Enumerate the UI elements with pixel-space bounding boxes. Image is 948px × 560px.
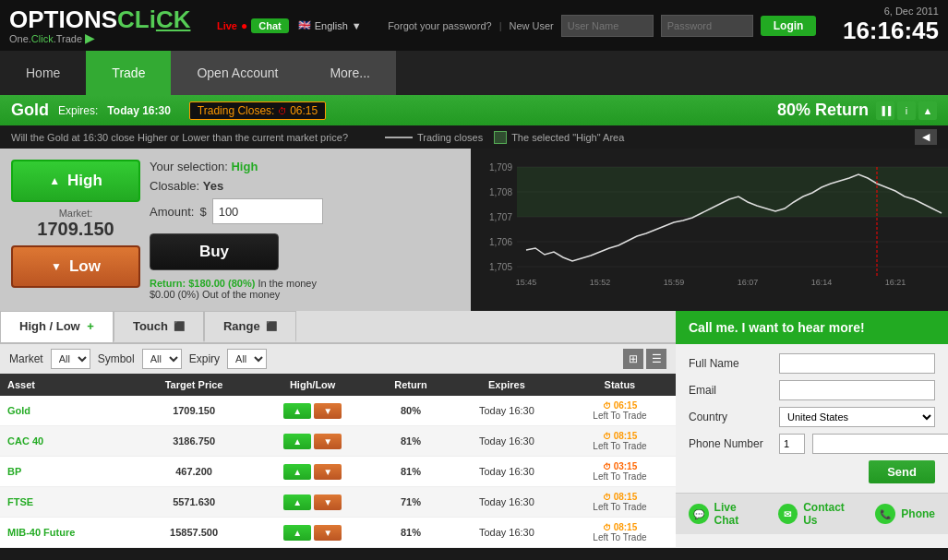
legend: Trading closes The selected "High" Area bbox=[385, 131, 624, 144]
new-user-link[interactable]: New User bbox=[509, 20, 553, 31]
low-button[interactable]: ▼ Low bbox=[11, 245, 140, 288]
hl-buttons: ▲ ▼ bbox=[253, 396, 372, 426]
legend-trading-closes-label: Trading closes bbox=[417, 132, 483, 143]
amount-input[interactable] bbox=[212, 198, 323, 224]
nav-home[interactable]: Home bbox=[0, 51, 86, 95]
hl-down-btn[interactable]: ▼ bbox=[314, 464, 342, 480]
col-target-price: Target Price bbox=[135, 374, 254, 396]
auth-area: Forgot your password? | New User Login bbox=[388, 15, 816, 37]
target-price: 467.200 bbox=[135, 457, 254, 487]
chat-button[interactable]: Chat bbox=[251, 18, 288, 33]
filter-symbol-label: Symbol bbox=[98, 352, 135, 365]
contact-us-item[interactable]: ✉ Contact Us bbox=[778, 501, 861, 527]
buy-button[interactable]: Buy bbox=[150, 233, 279, 270]
hl-up-btn[interactable]: ▲ bbox=[283, 494, 311, 510]
hl-up-btn[interactable]: ▲ bbox=[283, 403, 311, 419]
return-area: 80% Return ▐▐ i ▲ bbox=[777, 101, 937, 120]
return-amount: Return: $180.00 (80%) bbox=[150, 278, 255, 289]
contact-us-label: Contact Us bbox=[803, 501, 860, 527]
hl-down-btn[interactable]: ▼ bbox=[314, 434, 342, 449]
login-button[interactable]: Login bbox=[761, 16, 817, 36]
return-value: 80% bbox=[372, 396, 450, 426]
svg-text:16:21: 16:21 bbox=[885, 278, 906, 287]
nav-more[interactable]: More... bbox=[304, 51, 396, 95]
tab-touch[interactable]: Touch ⬛ bbox=[114, 311, 204, 342]
expires-value: Today 16:30 bbox=[107, 104, 170, 117]
country-select[interactable]: United States United Kingdom Canada Aust… bbox=[779, 407, 935, 427]
col-status: Status bbox=[564, 374, 676, 396]
trade-buttons: ▲ High Market: 1709.150 ▼ Low bbox=[11, 160, 140, 300]
return-in-money-label: In the money bbox=[258, 278, 317, 289]
return-out-money-label: Out of the money bbox=[202, 289, 280, 300]
chart-area: 1,709 1,708 1,707 1,706 1,705 15:45 15:5… bbox=[471, 149, 948, 311]
phone-item[interactable]: 📞 Phone bbox=[875, 504, 935, 524]
language-label: English bbox=[315, 20, 348, 31]
closable-value: Yes bbox=[203, 179, 223, 193]
hl-up-btn[interactable]: ▲ bbox=[283, 525, 311, 541]
table-row: CAC 40 3186.750 ▲ ▼ 81% Today 16:30 ⏱08:… bbox=[0, 426, 676, 457]
asset-name: MIB-40 Future bbox=[0, 518, 135, 548]
tab-high-low[interactable]: High / Low + bbox=[0, 311, 114, 342]
phone-number-input[interactable] bbox=[812, 434, 948, 454]
forgot-password-link[interactable]: Forgot your password? bbox=[388, 20, 492, 31]
high-button-label: High bbox=[67, 172, 102, 190]
trading-main: ▲ High Market: 1709.150 ▼ Low Your selec… bbox=[0, 149, 948, 311]
gold-title: Gold bbox=[11, 101, 49, 120]
list-view-button[interactable]: ☰ bbox=[646, 349, 666, 369]
expires-label: Expires: bbox=[58, 104, 98, 117]
col-return: Return bbox=[372, 374, 450, 396]
live-icon: ● bbox=[241, 19, 247, 32]
contact-bar: 💬 Live Chat ✉ Contact Us 📞 Phone bbox=[676, 493, 948, 534]
email-label: Email bbox=[689, 384, 772, 397]
hl-up-btn[interactable]: ▲ bbox=[283, 434, 311, 449]
username-input[interactable] bbox=[561, 15, 654, 37]
send-button[interactable]: Send bbox=[869, 460, 935, 483]
hl-up-btn[interactable]: ▲ bbox=[283, 464, 311, 480]
grid-view-button[interactable]: ⊞ bbox=[623, 349, 643, 369]
language-selector[interactable]: 🇬🇧 English ▼ bbox=[298, 19, 362, 31]
target-price: 3186.750 bbox=[135, 426, 254, 457]
filter-market-label: Market bbox=[9, 352, 43, 365]
svg-text:16:14: 16:14 bbox=[811, 278, 833, 287]
full-name-input[interactable] bbox=[779, 353, 935, 374]
return-value: 81% bbox=[372, 518, 450, 548]
trading-closes-badge: Trading Closes: ⏱ 06:15 bbox=[189, 101, 326, 120]
back-button[interactable]: ◀ bbox=[915, 129, 937, 145]
logo-tagline-click: Click bbox=[31, 33, 54, 44]
live-dot: Live bbox=[217, 20, 237, 31]
high-button[interactable]: ▲ High bbox=[11, 160, 140, 202]
legend-high-area: The selected "High" Area bbox=[494, 131, 624, 144]
amount-label: Amount: bbox=[150, 205, 194, 219]
gold-bar: Gold Expires: Today 16:30 Trading Closes… bbox=[0, 95, 948, 125]
chart-icon[interactable]: ▐▐ bbox=[876, 101, 894, 120]
password-input[interactable] bbox=[661, 15, 753, 37]
svg-text:15:52: 15:52 bbox=[590, 278, 611, 287]
live-chat-item[interactable]: 💬 Live Chat bbox=[689, 501, 763, 527]
trade-form: Your selection: High Closable: Yes Amoun… bbox=[150, 160, 460, 300]
status-value: ⏱06:15 Left To Trade bbox=[564, 396, 676, 426]
tab-range[interactable]: Range ⬛ bbox=[204, 311, 296, 342]
low-button-label: Low bbox=[69, 257, 101, 276]
header: OPTIONS CLi CK One.Click.Trade ▶ Live ● … bbox=[0, 0, 948, 51]
info-icon[interactable]: i bbox=[897, 101, 916, 120]
phone-label: Phone bbox=[901, 507, 935, 520]
hl-down-btn[interactable]: ▼ bbox=[314, 525, 342, 541]
filter-symbol-select[interactable]: All bbox=[142, 349, 182, 369]
nav-trade[interactable]: Trade bbox=[86, 51, 171, 95]
hl-down-btn[interactable]: ▼ bbox=[314, 403, 342, 419]
phone-prefix-input[interactable] bbox=[779, 434, 805, 454]
filter-expiry-select[interactable]: All bbox=[227, 349, 267, 369]
nav-open-account[interactable]: Open Account bbox=[171, 51, 304, 95]
tab-touch-label: Touch bbox=[133, 319, 168, 333]
hl-buttons: ▲ ▼ bbox=[253, 457, 372, 487]
call-form-header: Call me. I want to hear more! bbox=[676, 311, 948, 344]
filter-market-select[interactable]: All bbox=[51, 349, 90, 369]
hl-down-btn[interactable]: ▼ bbox=[314, 494, 342, 510]
expand-icon[interactable]: ▲ bbox=[918, 101, 937, 120]
high-area bbox=[517, 167, 948, 217]
tab-high-low-icon: + bbox=[87, 319, 94, 333]
question-bar: Will the Gold at 16:30 close Higher or L… bbox=[0, 125, 948, 149]
email-input[interactable] bbox=[779, 380, 935, 400]
send-row: Send bbox=[689, 460, 935, 483]
tabs-row: High / Low + Touch ⬛ Range ⬛ bbox=[0, 311, 676, 344]
